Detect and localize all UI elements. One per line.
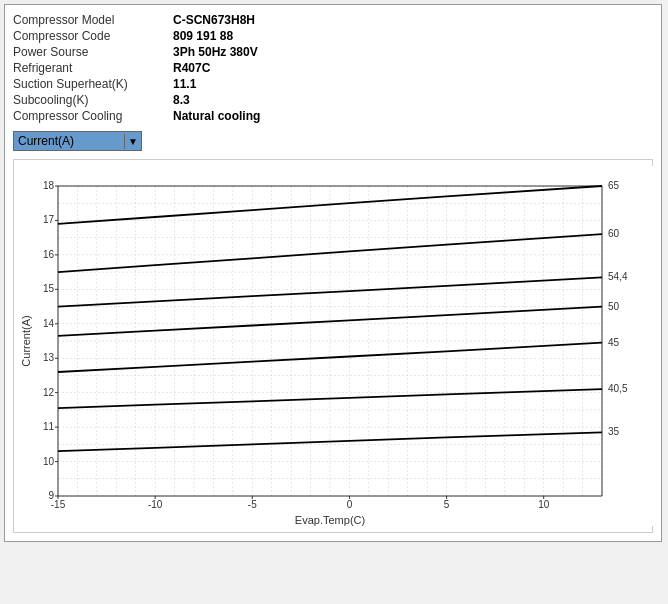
info-row-refrigerant: Refrigerant R407C [13, 61, 653, 75]
info-row-power: Power Sourse 3Ph 50Hz 380V [13, 45, 653, 59]
suction-superheat-value: 11.1 [173, 77, 196, 91]
chart-canvas [20, 166, 654, 526]
dropdown-container: Current(A) Power(W) COP ▼ [13, 131, 653, 151]
compressor-cooling-label: Compressor Cooling [13, 109, 173, 123]
power-source-label: Power Sourse [13, 45, 173, 59]
compressor-model-value: C-SCN673H8H [173, 13, 255, 27]
main-container: Compressor Model C-SCN673H8H Compressor … [4, 4, 662, 542]
compressor-cooling-value: Natural cooling [173, 109, 260, 123]
compressor-code-label: Compressor Code [13, 29, 173, 43]
subcooling-value: 8.3 [173, 93, 190, 107]
compressor-model-label: Compressor Model [13, 13, 173, 27]
refrigerant-label: Refrigerant [13, 61, 173, 75]
chart-container [13, 159, 653, 533]
power-source-value: 3Ph 50Hz 380V [173, 45, 258, 59]
chart-type-dropdown[interactable]: Current(A) Power(W) COP [14, 132, 124, 150]
info-table: Compressor Model C-SCN673H8H Compressor … [13, 13, 653, 123]
refrigerant-value: R407C [173, 61, 210, 75]
suction-superheat-label: Suction Superheat(K) [13, 77, 173, 91]
subcooling-label: Subcooling(K) [13, 93, 173, 107]
info-row-suction: Suction Superheat(K) 11.1 [13, 77, 653, 91]
dropdown-arrow-icon: ▼ [124, 134, 141, 149]
info-row-code: Compressor Code 809 191 88 [13, 29, 653, 43]
info-row-subcooling: Subcooling(K) 8.3 [13, 93, 653, 107]
info-row-model: Compressor Model C-SCN673H8H [13, 13, 653, 27]
compressor-code-value: 809 191 88 [173, 29, 233, 43]
info-row-cooling: Compressor Cooling Natural cooling [13, 109, 653, 123]
chart-type-dropdown-wrapper[interactable]: Current(A) Power(W) COP ▼ [13, 131, 142, 151]
